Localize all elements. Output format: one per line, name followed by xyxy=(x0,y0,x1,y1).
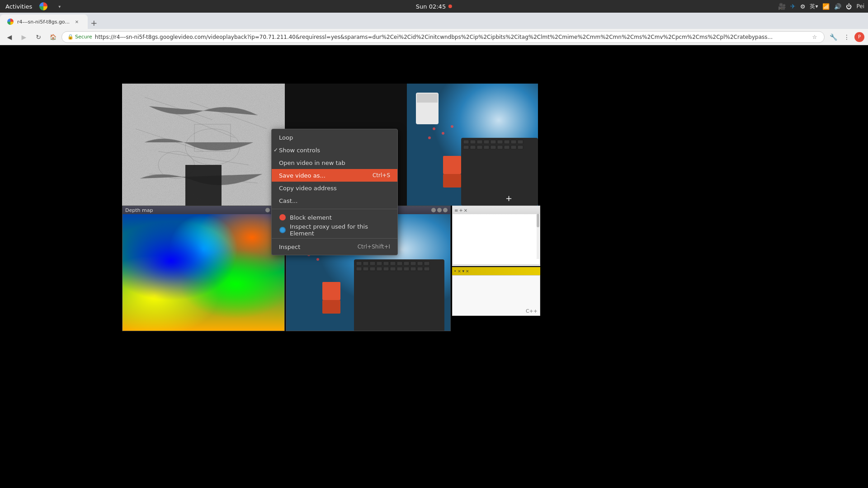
svg-point-39 xyxy=(428,136,431,139)
right-panel-top: ≡ + × xyxy=(452,206,540,264)
profile-icon[interactable]: P xyxy=(854,32,864,42)
back-button[interactable]: ◀ xyxy=(4,31,15,43)
svg-rect-23 xyxy=(463,145,469,149)
photo-svg: + xyxy=(407,84,538,206)
system-bar-left: Activities ▾ xyxy=(4,2,61,10)
video-photo-top: + xyxy=(407,84,538,206)
right-panels: ≡ + × • × ▾ × C++ xyxy=(452,206,540,331)
menu-item-cast[interactable]: Cast... xyxy=(272,194,397,207)
frame-minimize-button[interactable] xyxy=(431,208,436,212)
bookmark-icon[interactable]: ☆ xyxy=(811,33,819,41)
svg-rect-33 xyxy=(417,94,438,103)
svg-rect-26 xyxy=(484,145,489,149)
menu-item-inspect-proxy-label: Inspect proxy used for this Element xyxy=(290,223,390,237)
menu-item-loop-label: Loop xyxy=(279,134,293,141)
datetime-label: Sun 02:45 xyxy=(416,3,446,10)
address-bar-row: ◀ ▶ ↻ 🏠 🔒 Secure https://r4---sn-ni5f-t8… xyxy=(0,29,868,45)
svg-rect-18 xyxy=(491,140,496,144)
panel-menu-icon: ≡ xyxy=(454,208,458,213)
cpp-label: C++ xyxy=(526,308,538,314)
right-panel-bottom: • × ▾ × C++ xyxy=(452,267,540,316)
menu-separator-1 xyxy=(272,209,397,209)
forward-button[interactable]: ▶ xyxy=(18,31,30,43)
toolbar-right: 🔧 ⋮ P xyxy=(827,31,864,43)
system-bar-center: Sun 02:45 xyxy=(416,3,452,10)
depth-map-content xyxy=(123,214,284,331)
scrollbar-track[interactable] xyxy=(537,214,539,259)
menu-button[interactable]: ⋮ xyxy=(841,31,853,43)
frame-close-button[interactable] xyxy=(443,208,448,212)
svg-rect-16 xyxy=(477,140,482,144)
sketch-video-content xyxy=(122,84,285,206)
user-label[interactable]: Pei xyxy=(856,3,864,9)
red-circle-icon xyxy=(279,214,286,221)
svg-rect-56 xyxy=(370,267,375,271)
address-box[interactable]: 🔒 Secure https://r4---sn-ni5f-t8gs.googl… xyxy=(61,31,825,43)
svg-rect-19 xyxy=(497,140,503,144)
yellow-bar-dots: • × ▾ × xyxy=(454,269,469,273)
depth-minimize-button[interactable] xyxy=(265,208,270,212)
menu-item-block-element[interactable]: Block element xyxy=(272,211,397,224)
frame-win-buttons xyxy=(431,208,448,212)
activities-button[interactable]: Activities xyxy=(4,3,34,10)
menu-item-save-video[interactable]: Save video as... Ctrl+S xyxy=(272,169,397,182)
svg-text:+: + xyxy=(505,193,512,203)
svg-rect-55 xyxy=(363,267,368,271)
svg-rect-17 xyxy=(484,140,489,144)
svg-rect-53 xyxy=(424,262,429,265)
menu-item-show-controls[interactable]: Show controls xyxy=(272,144,397,156)
svg-rect-45 xyxy=(370,262,375,265)
svg-point-36 xyxy=(433,127,435,130)
svg-point-69 xyxy=(316,258,319,261)
scrollbar-thumb[interactable] xyxy=(537,214,539,227)
svg-rect-64 xyxy=(424,267,429,271)
lock-icon: 🔒 xyxy=(67,34,74,40)
tab-favicon xyxy=(7,19,14,25)
svg-rect-30 xyxy=(511,145,516,149)
video-sketch xyxy=(122,84,285,206)
svg-rect-48 xyxy=(390,262,396,265)
language-label[interactable]: 英▾ xyxy=(810,3,818,10)
svg-rect-46 xyxy=(377,262,382,265)
menu-item-show-controls-label: Show controls xyxy=(279,147,320,154)
main-content: b))); xyxy=(0,45,868,488)
svg-rect-50 xyxy=(404,262,409,265)
power-icon: ⏻ xyxy=(846,3,852,10)
svg-rect-52 xyxy=(417,262,423,265)
menu-item-open-video[interactable]: Open video in new tab xyxy=(272,156,397,169)
active-tab[interactable]: r4---sn-ni5f-t8gs.go... ✕ xyxy=(0,14,88,29)
new-tab-button[interactable]: + xyxy=(88,16,100,29)
svg-rect-21 xyxy=(511,140,516,144)
telegram-icon: ✈ xyxy=(790,3,796,10)
svg-rect-15 xyxy=(470,140,476,144)
right-panel-toolbar: ≡ + × xyxy=(453,206,540,214)
depth-map-title: Depth map xyxy=(125,207,153,213)
menu-item-inspect-proxy[interactable]: Inspect proxy used for this Element xyxy=(272,224,397,236)
svg-rect-59 xyxy=(390,267,396,271)
menu-item-save-video-label: Save video as... xyxy=(279,172,326,179)
svg-rect-29 xyxy=(504,145,509,149)
network-icon: 📶 xyxy=(822,3,830,10)
tab-close-button[interactable]: ✕ xyxy=(73,18,80,25)
svg-rect-57 xyxy=(377,267,382,271)
menu-item-open-video-label: Open video in new tab xyxy=(279,160,345,166)
reload-button[interactable]: ↻ xyxy=(33,31,44,43)
menu-item-copy-address-label: Copy video address xyxy=(279,185,337,192)
browser-dropdown-icon[interactable]: ▾ xyxy=(58,4,61,9)
menu-item-loop[interactable]: Loop xyxy=(272,131,397,144)
menu-item-inspect[interactable]: Inspect Ctrl+Shift+I xyxy=(272,240,397,253)
svg-rect-67 xyxy=(322,300,340,314)
svg-rect-27 xyxy=(491,145,496,149)
panel-separator xyxy=(452,264,540,266)
menu-item-copy-address[interactable]: Copy video address xyxy=(272,182,397,194)
svg-rect-49 xyxy=(397,262,402,265)
extensions-button[interactable]: 🔧 xyxy=(827,31,839,43)
svg-rect-31 xyxy=(518,145,523,149)
home-button[interactable]: 🏠 xyxy=(47,31,59,43)
settings-icon[interactable]: ⚙ xyxy=(800,3,806,10)
svg-rect-14 xyxy=(463,140,469,144)
panel-bottom-content: C++ xyxy=(452,275,540,316)
menu-item-save-video-shortcut: Ctrl+S xyxy=(373,172,390,178)
frame-maximize-button[interactable] xyxy=(437,208,442,212)
depth-map-window: Depth map xyxy=(122,206,285,331)
